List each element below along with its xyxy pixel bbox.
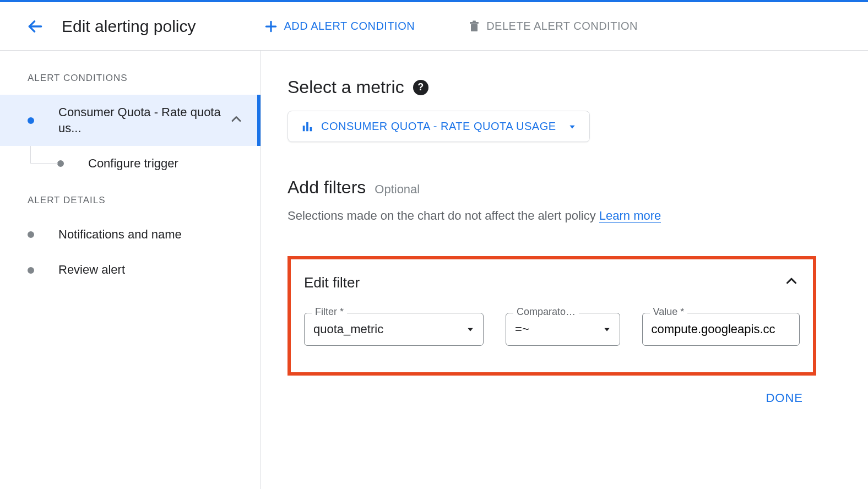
sidebar-item-label: Consumer Quota - Rate quota us... (58, 105, 229, 136)
svg-marker-9 (569, 125, 574, 128)
done-button[interactable]: DONE (766, 391, 803, 405)
filters-helper-text: Selections made on the chart do not affe… (287, 209, 868, 223)
comparator-field-label: Comparato… (513, 306, 579, 318)
svg-rect-6 (303, 126, 305, 131)
svg-rect-5 (473, 20, 476, 22)
back-arrow-icon[interactable] (26, 18, 44, 35)
svg-rect-3 (471, 24, 478, 31)
step-bullet-icon (28, 231, 34, 238)
sidebar-item-review-alert[interactable]: Review alert (0, 252, 261, 288)
value-field: Value * (642, 313, 800, 346)
sidebar-item-condition[interactable]: Consumer Quota - Rate quota us... (0, 95, 261, 146)
sidebar-item-label: Review alert (58, 262, 247, 278)
filters-helper-text-content: Selections made on the chart do not affe… (287, 209, 599, 222)
trash-icon (468, 20, 481, 33)
tree-connector (30, 146, 58, 164)
add-filters-title: Add filters Optional (287, 177, 868, 198)
help-icon[interactable]: ? (413, 80, 428, 95)
step-bullet-icon (28, 117, 34, 124)
sidebar-section-details: ALERT DETAILS (0, 182, 261, 217)
sidebar-section-conditions: ALERT CONDITIONS (0, 73, 261, 95)
main-panel: Select a metric ? CONSUMER QUOTA - RATE … (261, 51, 868, 489)
page-header: Edit alerting policy ADD ALERT CONDITION… (0, 2, 868, 51)
comparator-select-value: =~ (515, 322, 529, 336)
filter-field-label: Filter * (312, 306, 347, 318)
svg-marker-11 (604, 328, 609, 332)
step-bullet-icon (57, 160, 64, 167)
svg-rect-4 (470, 22, 479, 24)
select-metric-title: Select a metric ? (287, 77, 868, 97)
sidebar-item-label: Notifications and name (58, 227, 247, 243)
svg-rect-7 (306, 122, 308, 131)
comparator-field: Comparato… =~ (506, 313, 620, 346)
caret-down-icon (603, 325, 611, 333)
chevron-up-icon[interactable] (229, 111, 244, 130)
add-alert-condition-label: ADD ALERT CONDITION (284, 20, 415, 32)
learn-more-link[interactable]: Learn more (599, 209, 661, 223)
step-bullet-icon (28, 267, 34, 274)
caret-down-icon (568, 123, 576, 131)
value-field-label: Value * (650, 306, 688, 318)
add-filters-title-text: Add filters (287, 177, 366, 198)
value-input[interactable] (652, 322, 791, 336)
chevron-up-icon[interactable] (783, 273, 800, 293)
page-title: Edit alerting policy (62, 17, 196, 36)
filter-field: Filter * quota_metric (304, 313, 484, 346)
svg-rect-8 (310, 127, 312, 131)
edit-filter-title: Edit filter (304, 274, 360, 291)
metric-selector[interactable]: CONSUMER QUOTA - RATE QUOTA USAGE (287, 111, 590, 142)
caret-down-icon (466, 325, 474, 333)
sidebar-item-configure-trigger[interactable]: Configure trigger (0, 146, 261, 182)
select-metric-title-text: Select a metric (287, 77, 404, 97)
optional-label: Optional (375, 182, 420, 197)
sidebar-item-label: Configure trigger (88, 156, 247, 172)
delete-alert-condition-label: DELETE ALERT CONDITION (486, 20, 638, 32)
delete-alert-condition-button[interactable]: DELETE ALERT CONDITION (461, 15, 644, 37)
plus-icon (264, 19, 278, 34)
bar-chart-icon (301, 121, 313, 133)
metric-selector-label: CONSUMER QUOTA - RATE QUOTA USAGE (321, 120, 556, 133)
filter-select[interactable]: quota_metric (304, 313, 484, 346)
edit-filter-panel: Edit filter Filter * quota_metric Compar… (287, 256, 816, 376)
comparator-select[interactable]: =~ (506, 313, 620, 346)
svg-marker-10 (468, 328, 473, 332)
sidebar-item-notifications[interactable]: Notifications and name (0, 217, 261, 253)
add-alert-condition-button[interactable]: ADD ALERT CONDITION (257, 15, 421, 38)
sidebar: ALERT CONDITIONS Consumer Quota - Rate q… (0, 51, 261, 489)
filter-select-value: quota_metric (313, 322, 383, 336)
